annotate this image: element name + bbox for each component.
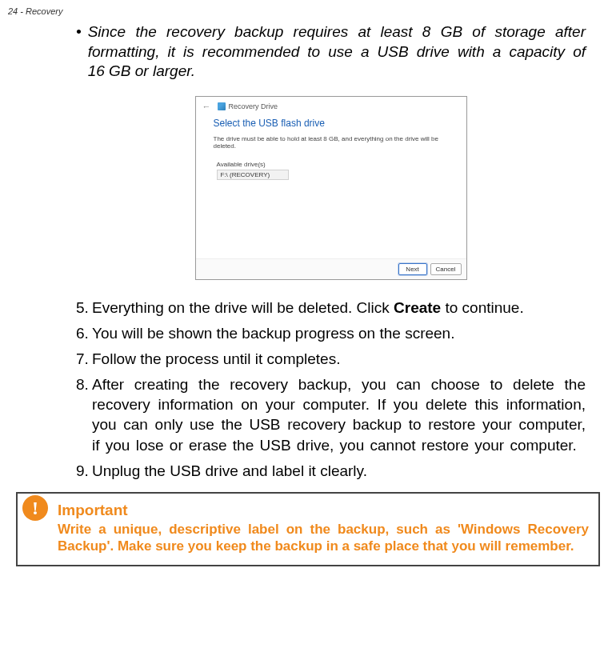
important-note-box: ! Important Write a unique, descriptive … <box>16 492 600 567</box>
recovery-drive-dialog: ← Recovery Drive Select the USB flash dr… <box>195 96 467 280</box>
note-title: Important <box>58 502 589 519</box>
bullet-note: • Since the recovery backup requires at … <box>76 22 586 82</box>
main-content: • Since the recovery backup requires at … <box>0 22 616 481</box>
step-9-number: 9. <box>76 461 92 481</box>
dialog-titlebar: ← Recovery Drive <box>196 97 466 113</box>
back-arrow-icon: ← <box>202 102 211 111</box>
exclamation-icon: ! <box>22 495 48 521</box>
step-5-number: 5. <box>76 298 92 318</box>
step-7: 7. Follow the process until it completes… <box>76 349 586 369</box>
step-6-number: 6. <box>76 323 92 343</box>
dialog-footer: Next Cancel <box>196 258 466 279</box>
bullet-text: Since the recovery backup requires at le… <box>88 22 586 82</box>
available-drives-label: Available drive(s) <box>196 161 466 170</box>
step-6: 6. You will be shown the backup progress… <box>76 323 586 343</box>
step-5-post: to continue. <box>441 299 524 316</box>
step-5: 5. Everything on the drive will be delet… <box>76 298 586 318</box>
note-body: Important Write a unique, descriptive la… <box>35 502 589 556</box>
dialog-screenshot-wrapper: ← Recovery Drive Select the USB flash dr… <box>76 96 586 280</box>
step-6-text: You will be shown the backup progress on… <box>92 323 586 343</box>
dialog-heading: Select the USB flash drive <box>196 113 466 135</box>
step-9-text: Unplug the USB drive and label it clearl… <box>92 461 586 481</box>
note-text: Write a unique, descriptive label on the… <box>58 521 589 556</box>
bullet-marker: • <box>76 22 82 82</box>
page-header: 24 - Recovery <box>0 0 616 22</box>
step-9: 9. Unplug the USB drive and label it cle… <box>76 461 586 481</box>
step-7-text: Follow the process until it completes. <box>92 349 586 369</box>
drive-list: F:\ (RECOVERY) <box>217 170 446 180</box>
recovery-drive-icon <box>218 102 226 110</box>
exclamation-glyph: ! <box>32 498 38 518</box>
create-bold: Create <box>394 299 441 316</box>
next-button: Next <box>398 263 427 275</box>
step-8-text: After creating the recovery backup, you … <box>92 374 586 454</box>
step-7-number: 7. <box>76 349 92 369</box>
step-8-number: 8. <box>76 374 92 454</box>
dialog-subtext: The drive must be able to hold at least … <box>196 135 466 161</box>
dialog-title: Recovery Drive <box>229 102 278 110</box>
drive-item: F:\ (RECOVERY) <box>217 170 289 180</box>
step-8: 8. After creating the recovery backup, y… <box>76 374 586 454</box>
step-5-pre: Everything on the drive will be deleted.… <box>92 299 394 316</box>
cancel-button: Cancel <box>430 263 462 275</box>
step-5-text: Everything on the drive will be deleted.… <box>92 298 586 318</box>
